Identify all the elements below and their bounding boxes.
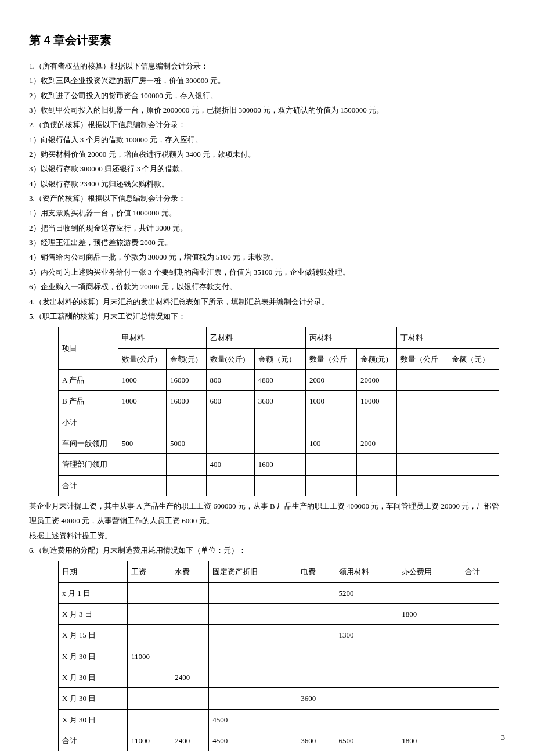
cell	[398, 667, 461, 688]
chapter-heading: 第 4 章会计要素	[29, 29, 505, 52]
cell	[209, 667, 297, 688]
cell	[167, 454, 207, 475]
cell: 合计	[59, 730, 128, 751]
table-row: X 月 30 日3600	[59, 688, 499, 709]
column-header: 固定资产折旧	[209, 561, 297, 582]
cell: 16000	[167, 391, 207, 412]
body-paragraph: 6.（制造费用的分配）月末制造费用耗用情况如下（单位：元）：	[29, 543, 505, 557]
body-paragraph: 2）购买材料价值 20000 元，增值税进行税额为 3400 元，款项未付。	[29, 147, 505, 161]
cell: 5000	[167, 433, 207, 453]
body-paragraph: 3）以银行存款 300000 归还银行 3 个月的借款。	[29, 161, 505, 176]
column-header: 水费	[171, 561, 209, 582]
cell	[461, 667, 499, 688]
cell	[171, 688, 209, 709]
cell	[167, 412, 207, 433]
row-label: 车间一般领用	[59, 433, 118, 453]
cell	[127, 709, 171, 730]
sub-amt: 金额（元）	[448, 348, 499, 369]
cell	[398, 646, 461, 667]
cell	[461, 604, 499, 625]
body-paragraph: 4.（发出材料的核算）月末汇总的发出材料汇总表如下所示，填制汇总表并编制会计分录…	[29, 294, 505, 309]
expense-table: 日期工资水费固定资产折旧电费领用材料办公费用合计 x 月 1 日5200X 月 …	[58, 561, 499, 751]
cell: 100	[305, 433, 356, 453]
cell: X 月 15 日	[59, 625, 128, 646]
body-paragraph: 1）用支票购买机器一台，价值 1000000 元。	[29, 206, 505, 220]
cell	[398, 688, 461, 709]
body-paragraph: 1）收到三风企业投资兴建的新厂房一桩，价值 300000 元。	[29, 73, 505, 88]
cell	[127, 625, 171, 646]
body-paragraph: 某企业月末计提工资，其中从事 A 产品生产的职工工资 600000 元，从事 B…	[29, 499, 505, 528]
cell	[118, 454, 166, 475]
cell: X 月 30 日	[59, 709, 128, 730]
sub-qty: 数量（公斤	[396, 348, 448, 369]
cell	[398, 582, 461, 603]
cell: 20000	[357, 369, 397, 390]
row-label: 合计	[59, 475, 118, 496]
table-row: X 月 15 日1300	[59, 625, 499, 646]
cell: 11000	[127, 730, 171, 751]
table-row: 合计	[59, 475, 499, 496]
body-paragraph: 4）销售给丙公司商品一批，价款为 30000 元，增值税为 5100 元，未收款…	[29, 250, 505, 264]
column-header: 办公费用	[398, 561, 461, 582]
body-paragraph: 4）以银行存款 23400 元归还钱欠购料款。	[29, 177, 505, 191]
cell: 5200	[335, 582, 398, 603]
sub-amt: 金额(元)	[357, 348, 397, 369]
cell: 4500	[209, 730, 297, 751]
body-paragraph: 3.（资产的核算）根据以下信息编制会计分录：	[29, 191, 505, 206]
table-row: A 产品1000160008004800200020000	[59, 369, 499, 390]
body-paragraph: 1.（所有者权益的核算）根据以下信息编制会计分录：	[29, 59, 505, 73]
col-item: 项目	[59, 327, 118, 370]
cell	[127, 667, 171, 688]
cell	[357, 412, 397, 433]
cell: 800	[206, 369, 254, 390]
cell	[171, 709, 209, 730]
cell: x 月 1 日	[59, 582, 128, 603]
cell	[461, 582, 499, 603]
row-label: 小计	[59, 412, 118, 433]
cell	[209, 688, 297, 709]
cell: 1300	[335, 625, 398, 646]
cell	[305, 412, 356, 433]
cell: X 月 30 日	[59, 688, 128, 709]
sub-qty: 数量(公斤)	[206, 348, 254, 369]
cell	[396, 433, 448, 453]
cell	[461, 625, 499, 646]
body-paragraph: 根据上述资料计提工资。	[29, 528, 505, 543]
cell	[461, 688, 499, 709]
cell	[335, 604, 398, 625]
table-row: 小计	[59, 412, 499, 433]
sub-amt: 金额(元)	[167, 348, 207, 369]
cell	[254, 412, 305, 433]
column-header: 合计	[461, 561, 499, 582]
cell	[396, 369, 448, 390]
cell	[254, 433, 305, 453]
cell	[305, 475, 356, 496]
cell	[448, 412, 499, 433]
cell	[396, 412, 448, 433]
cell	[448, 454, 499, 475]
cell	[335, 688, 398, 709]
cell: 4500	[209, 709, 297, 730]
cell	[206, 412, 254, 433]
body-paragraph: 5.（职工薪酬的核算）月末工资汇总情况如下：	[29, 309, 505, 323]
cell	[396, 475, 448, 496]
cell	[209, 646, 297, 667]
cell: 2000	[305, 369, 356, 390]
cell: 11000	[127, 646, 171, 667]
table-row: X 月 30 日4500	[59, 709, 499, 730]
table-row: 合计1100024004500360065001800	[59, 730, 499, 751]
cell: 1600	[254, 454, 305, 475]
cell: X 月 3 日	[59, 604, 128, 625]
cell	[448, 391, 499, 412]
cell	[335, 646, 398, 667]
table-row: X 月 3 日1800	[59, 604, 499, 625]
cell	[209, 582, 297, 603]
cell	[305, 454, 356, 475]
cell	[171, 646, 209, 667]
cell	[357, 475, 397, 496]
page-number: 3	[501, 730, 506, 744]
cell: 1000	[305, 391, 356, 412]
cell	[398, 625, 461, 646]
tail-paragraph: 更据上述资料计算本月制造费用；根据第 4 题的公司资料把制造费用分配给 A、B …	[58, 754, 505, 756]
cell	[297, 646, 335, 667]
